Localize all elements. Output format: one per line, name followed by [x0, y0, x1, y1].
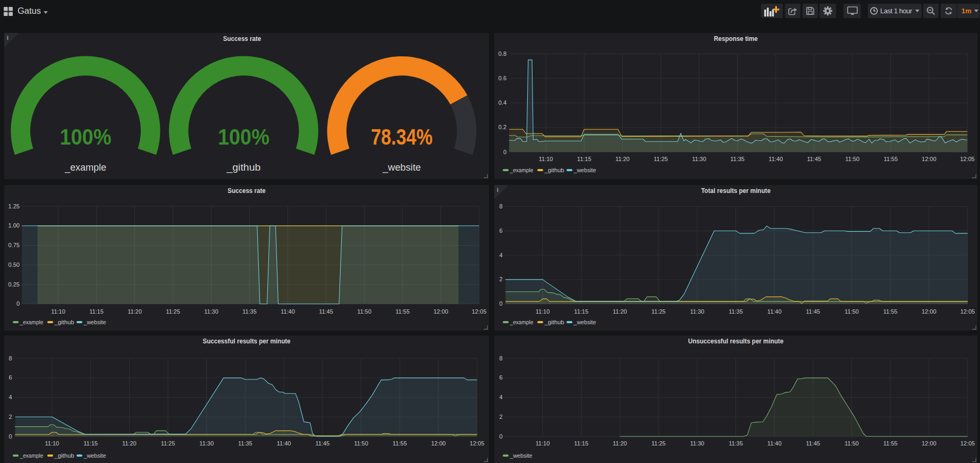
- svg-text:11:40: 11:40: [767, 440, 782, 447]
- svg-text:_example: _example: [510, 319, 534, 325]
- svg-text:12:00: 12:00: [922, 308, 936, 315]
- svg-text:11:10: 11:10: [536, 440, 550, 447]
- svg-text:11:25: 11:25: [654, 156, 668, 162]
- svg-text:_github: _github: [544, 167, 564, 173]
- svg-text:11:25: 11:25: [652, 440, 666, 447]
- svg-text:78.34%: 78.34%: [371, 124, 433, 149]
- svg-text:11:35: 11:35: [238, 440, 252, 447]
- svg-text:12:00: 12:00: [922, 156, 936, 162]
- svg-text:0: 0: [9, 433, 12, 440]
- svg-text:0.25: 0.25: [9, 281, 20, 288]
- svg-text:11:55: 11:55: [883, 308, 898, 315]
- svg-text:12:05: 12:05: [960, 308, 975, 315]
- svg-text:0: 0: [16, 300, 20, 307]
- svg-text:11:25: 11:25: [166, 308, 180, 315]
- svg-text:0.50: 0.50: [9, 262, 20, 268]
- svg-text:8: 8: [499, 355, 502, 361]
- svg-text:0: 0: [499, 433, 502, 440]
- svg-text:11:45: 11:45: [319, 308, 333, 315]
- svg-text:11:50: 11:50: [844, 308, 859, 315]
- svg-text:i: i: [7, 35, 9, 41]
- svg-text:11:50: 11:50: [844, 440, 859, 447]
- svg-text:11:50: 11:50: [357, 308, 371, 315]
- svg-text:_website: _website: [382, 162, 421, 173]
- svg-text:11:35: 11:35: [730, 156, 745, 162]
- svg-text:4: 4: [499, 252, 502, 258]
- svg-text:11:40: 11:40: [277, 440, 291, 447]
- svg-text:11:55: 11:55: [884, 156, 898, 162]
- svg-text:_example: _example: [64, 162, 106, 173]
- svg-text:2: 2: [499, 276, 502, 282]
- svg-text:100%: 100%: [218, 124, 269, 149]
- svg-text:11:30: 11:30: [199, 440, 214, 447]
- svg-text:11:20: 11:20: [615, 156, 630, 162]
- svg-text:1.25: 1.25: [9, 203, 20, 209]
- svg-text:6: 6: [499, 228, 502, 234]
- svg-text:12:00: 12:00: [922, 440, 936, 447]
- svg-text:_website: _website: [573, 319, 596, 325]
- svg-text:11:35: 11:35: [729, 440, 743, 447]
- svg-text:12:00: 12:00: [434, 308, 449, 315]
- svg-text:_github: _github: [544, 319, 564, 325]
- svg-text:11:30: 11:30: [690, 440, 704, 447]
- svg-text:_website: _website: [83, 319, 106, 325]
- svg-text:11:35: 11:35: [729, 308, 743, 315]
- svg-text:11:25: 11:25: [652, 308, 666, 315]
- svg-text:_website: _website: [510, 452, 533, 459]
- svg-text:11:40: 11:40: [281, 308, 295, 315]
- svg-text:11:15: 11:15: [577, 156, 592, 162]
- svg-text:0: 0: [499, 300, 502, 307]
- svg-text:11:40: 11:40: [767, 308, 782, 315]
- svg-text:_github: _github: [54, 319, 74, 325]
- svg-text:2: 2: [9, 414, 12, 420]
- svg-text:11:35: 11:35: [242, 308, 257, 315]
- svg-text:12:05: 12:05: [960, 440, 975, 447]
- svg-text:11:30: 11:30: [204, 308, 218, 315]
- svg-text:0.4: 0.4: [499, 99, 506, 106]
- svg-text:0.2: 0.2: [499, 124, 506, 130]
- svg-text:4: 4: [499, 394, 502, 400]
- svg-text:4: 4: [9, 394, 12, 400]
- svg-text:11:15: 11:15: [83, 440, 98, 447]
- svg-text:11:15: 11:15: [574, 308, 588, 315]
- svg-text:_github: _github: [226, 162, 260, 173]
- svg-text:12:05: 12:05: [472, 308, 487, 315]
- svg-text:0.75: 0.75: [9, 242, 20, 248]
- svg-text:11:10: 11:10: [51, 308, 65, 315]
- svg-text:11:55: 11:55: [393, 440, 407, 447]
- svg-text:12:05: 12:05: [960, 156, 975, 162]
- svg-text:11:15: 11:15: [89, 308, 104, 315]
- svg-text:i: i: [497, 187, 499, 193]
- svg-text:11:30: 11:30: [692, 156, 706, 162]
- svg-text:12:00: 12:00: [431, 440, 446, 447]
- svg-text:0.8: 0.8: [499, 50, 506, 57]
- svg-text:6: 6: [9, 374, 12, 381]
- svg-text:8: 8: [9, 355, 12, 361]
- svg-text:11:55: 11:55: [883, 440, 898, 447]
- svg-text:11:10: 11:10: [45, 440, 60, 447]
- svg-text:_website: _website: [573, 167, 596, 173]
- svg-text:6: 6: [499, 374, 502, 381]
- svg-text:0.6: 0.6: [499, 75, 506, 81]
- svg-text:11:20: 11:20: [128, 308, 142, 315]
- svg-text:11:10: 11:10: [536, 308, 550, 315]
- svg-text:11:15: 11:15: [574, 440, 588, 447]
- svg-text:_website: _website: [83, 452, 106, 459]
- svg-text:100%: 100%: [60, 124, 111, 149]
- svg-text:11:55: 11:55: [395, 308, 410, 315]
- svg-text:_example: _example: [20, 319, 44, 325]
- svg-text:8: 8: [499, 203, 502, 209]
- svg-text:12:05: 12:05: [470, 440, 485, 447]
- svg-text:_example: _example: [20, 452, 44, 459]
- svg-text:_github: _github: [54, 452, 74, 459]
- svg-text:11:40: 11:40: [768, 156, 783, 162]
- svg-text:11:10: 11:10: [539, 156, 553, 162]
- svg-text:2: 2: [499, 414, 502, 420]
- svg-text:11:30: 11:30: [690, 308, 704, 315]
- svg-text:11:45: 11:45: [806, 440, 821, 447]
- svg-text:1.00: 1.00: [9, 222, 20, 229]
- svg-text:0: 0: [503, 149, 506, 155]
- svg-text:11:20: 11:20: [613, 308, 627, 315]
- svg-text:11:45: 11:45: [807, 156, 821, 162]
- svg-text:_example: _example: [510, 167, 534, 173]
